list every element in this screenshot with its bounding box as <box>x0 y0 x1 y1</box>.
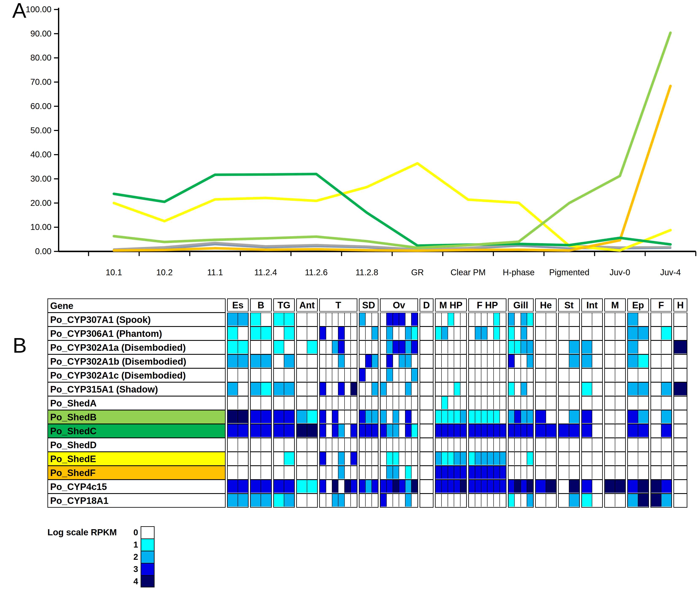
heat-cell <box>351 438 356 451</box>
heat-cell <box>251 397 261 409</box>
tissue-group-gill <box>508 438 534 452</box>
heat-cell <box>605 480 615 493</box>
heat-cell <box>387 313 393 325</box>
gene-name-cell: Po_ShedC <box>48 424 226 438</box>
heat-cell <box>615 355 625 367</box>
heat-cell <box>546 466 556 479</box>
tissue-group-sd <box>359 355 378 368</box>
heat-cell <box>320 327 326 340</box>
heat-cell <box>372 313 378 325</box>
heat-cell <box>508 452 515 465</box>
tissue-group-es: Es <box>227 299 249 312</box>
tissue-group-f: F <box>650 299 672 312</box>
heat-cell <box>326 369 332 381</box>
tissue-group-m-hp <box>435 438 467 452</box>
tissue-group-he <box>535 466 557 480</box>
heat-cell <box>238 397 248 409</box>
heat-cell <box>488 466 494 479</box>
heat-cell <box>508 466 515 479</box>
heat-cell <box>461 313 466 325</box>
heat-cell <box>284 494 294 507</box>
heat-cell <box>515 410 521 423</box>
x-category-label: Juv-0 <box>610 268 630 277</box>
heat-cell <box>387 438 393 451</box>
heat-cell <box>527 466 533 479</box>
heat-cell <box>351 410 356 423</box>
heat-cell <box>412 466 417 479</box>
heat-cell <box>651 341 662 353</box>
heat-cell <box>469 494 475 507</box>
heat-cell <box>332 327 339 340</box>
heat-cell <box>442 438 448 451</box>
tissue-group-st <box>558 452 580 466</box>
heat-cell <box>307 410 317 423</box>
heat-cell <box>405 494 412 507</box>
tissue-group-tg <box>273 424 295 438</box>
heat-cell <box>488 313 494 325</box>
heat-cell <box>405 424 412 437</box>
y-tick-label: 30.00 <box>30 174 52 183</box>
heat-cell <box>345 382 351 395</box>
heat-cell <box>448 355 454 367</box>
tissue-group-int <box>581 480 603 493</box>
series-line-Po_ShedE <box>114 164 670 251</box>
heat-cell <box>345 452 351 465</box>
tissue-group-gill <box>508 313 534 327</box>
heat-cell <box>399 369 405 381</box>
heat-cell <box>345 480 351 493</box>
tissue-group-m-hp <box>435 466 467 480</box>
heat-cell <box>274 410 284 423</box>
tissue-group-ov <box>380 410 418 424</box>
tissue-group-he <box>535 355 557 368</box>
heat-cell <box>326 494 332 507</box>
heat-cell <box>420 355 433 367</box>
heat-cell <box>527 382 533 395</box>
tissue-group-int: Int <box>581 299 603 312</box>
heatmap-row: Po_CYP18A1 <box>48 493 687 508</box>
heat-cell <box>436 397 442 409</box>
heat-cell <box>387 410 393 423</box>
tissue-group-h <box>673 424 687 438</box>
heat-cell <box>228 341 238 353</box>
heat-cell <box>251 466 261 479</box>
tissue-group-label: SD <box>359 299 378 311</box>
heat-cell <box>436 341 442 353</box>
y-tick-label: 0.00 <box>35 247 52 256</box>
heat-cell <box>469 424 475 437</box>
tissue-group-int <box>581 340 603 355</box>
heat-cell <box>651 313 662 325</box>
heat-cell <box>381 313 387 325</box>
tissue-group-t: T <box>319 299 357 312</box>
heat-cell <box>527 410 533 423</box>
heat-cell <box>284 480 294 493</box>
tissue-group-es <box>227 327 249 340</box>
tissue-group-es <box>227 410 249 424</box>
heat-cell <box>228 327 238 340</box>
heat-cell <box>527 480 533 493</box>
heat-cell <box>536 452 546 465</box>
heat-cell <box>307 369 317 381</box>
heat-cell <box>381 355 387 367</box>
heat-cell <box>405 369 412 381</box>
tissue-group-m <box>604 452 626 466</box>
tissue-group-int <box>581 438 603 452</box>
tissue-group-b: B <box>250 299 271 312</box>
heat-cell <box>469 410 475 423</box>
heat-cell <box>500 327 505 340</box>
heat-cell <box>651 494 662 507</box>
heat-cell <box>638 466 648 479</box>
heat-cell <box>448 494 454 507</box>
heat-cell <box>508 355 515 367</box>
heat-cell <box>674 327 687 340</box>
heat-cell <box>488 327 494 340</box>
gene-name-cell: Po_CYP307A1 (Spook) <box>48 313 226 327</box>
heat-cell <box>454 397 460 409</box>
heat-cell <box>393 438 399 451</box>
tissue-group-es <box>227 452 249 466</box>
heatmap-row: Po_ShedB <box>48 410 687 424</box>
heat-cell <box>251 438 261 451</box>
heat-cell <box>274 341 284 353</box>
heat-cell <box>284 327 294 340</box>
heat-cell <box>238 341 248 353</box>
tissue-group-es <box>227 355 249 368</box>
